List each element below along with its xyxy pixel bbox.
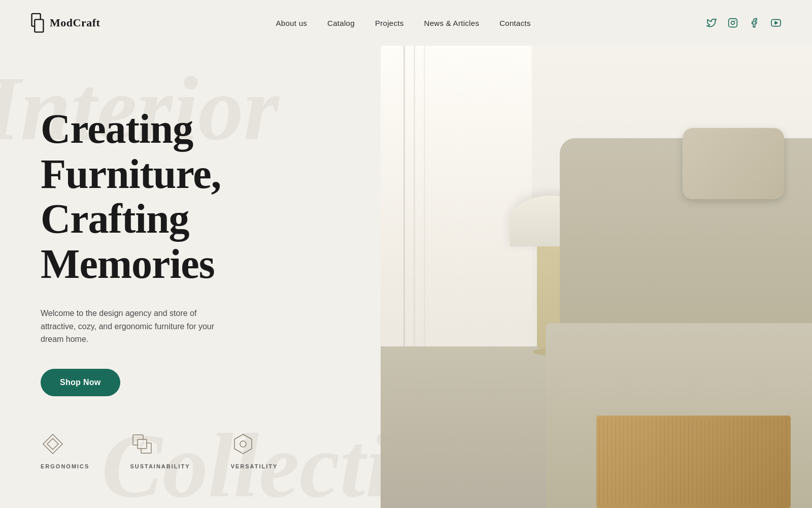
diamond-icon	[41, 432, 65, 456]
hero-headline-line2: Crafting Memories	[41, 196, 215, 287]
nav-news[interactable]: News & Articles	[424, 19, 480, 27]
svg-marker-5	[43, 434, 62, 454]
logo[interactable]: ModCraft	[30, 13, 100, 33]
main-nav: About us Catalog Projects News & Article…	[276, 19, 530, 27]
youtube-icon[interactable]	[770, 18, 782, 28]
hero-headline: Creating Furniture, Crafting Memories	[41, 107, 350, 287]
ergonomics-label: ERGONOMICS	[41, 463, 89, 469]
logo-icon	[30, 13, 45, 33]
hero-image-area	[381, 46, 812, 508]
svg-point-11	[240, 441, 246, 447]
sofa-cushion	[683, 128, 784, 199]
rug	[596, 416, 791, 508]
hero-image	[381, 46, 812, 508]
facebook-icon[interactable]	[749, 18, 759, 28]
versatility-label: VERSATILITY	[231, 463, 278, 469]
main-content: Interior Collection Creating Furniture, …	[0, 46, 812, 508]
twitter-icon[interactable]	[706, 18, 717, 28]
nav-projects[interactable]: Projects	[375, 19, 404, 27]
svg-marker-6	[47, 438, 58, 450]
hero-headline-line1: Creating Furniture,	[41, 106, 221, 197]
feature-ergonomics: ERGONOMICS	[41, 432, 89, 469]
feature-versatility: VERSATILITY	[231, 432, 278, 469]
hero-left: Interior Collection Creating Furniture, …	[0, 46, 381, 508]
header: ModCraft About us Catalog Projects News …	[0, 0, 812, 46]
brand-name: ModCraft	[50, 16, 100, 29]
nav-about[interactable]: About us	[276, 19, 307, 27]
hexagon-icon	[231, 432, 255, 456]
sustainability-label: SUSTAINABILITY	[130, 463, 190, 469]
hero-description: Welcome to the design agency and store o…	[41, 307, 233, 346]
svg-rect-1	[35, 19, 43, 32]
features-row: ERGONOMICS SUSTAINABILITY	[41, 432, 350, 469]
instagram-icon[interactable]	[728, 18, 738, 28]
squares-icon	[130, 432, 154, 456]
svg-marker-4	[775, 21, 777, 24]
social-links	[706, 18, 782, 28]
svg-rect-9	[138, 439, 147, 449]
nav-contacts[interactable]: Contacts	[499, 19, 531, 27]
svg-rect-2	[729, 19, 737, 27]
nav-catalog[interactable]: Catalog	[327, 19, 355, 27]
shop-now-button[interactable]: Shop Now	[41, 369, 120, 396]
svg-marker-10	[234, 434, 252, 454]
feature-sustainability: SUSTAINABILITY	[130, 432, 190, 469]
